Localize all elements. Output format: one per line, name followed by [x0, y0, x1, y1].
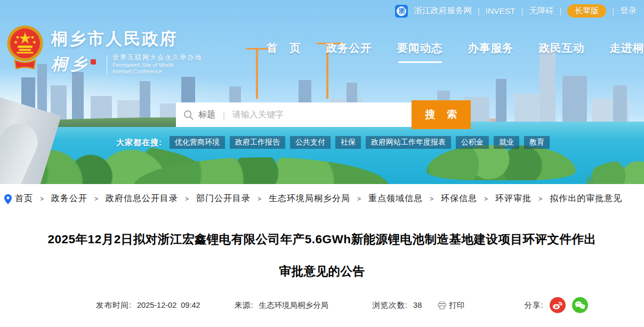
nav-item-interaction[interactable]: 政民互动	[539, 41, 585, 55]
link-accessibility[interactable]: 无障碍	[529, 5, 554, 17]
breadcrumb-separator: >	[538, 195, 543, 203]
site-slogan: 世界互联网大会永久举办地 Permanent Site of World Int…	[112, 54, 202, 75]
search-icon	[183, 110, 194, 120]
article-title: 2025年12月2日拟对浙江宏鑫锂电有限公司年产5.6GWh新能源锂电池制造基地…	[45, 224, 599, 288]
breadcrumb-item[interactable]: 首页	[15, 194, 33, 203]
views-label: 浏览次数:	[372, 300, 408, 310]
breadcrumb-item[interactable]: 环评审批	[495, 194, 532, 203]
hot-tag[interactable]: 公共支付	[290, 136, 331, 149]
hot-tag[interactable]: 政府工作报告	[230, 136, 285, 149]
divider: |	[521, 7, 524, 15]
seal-icon	[91, 59, 96, 65]
print-button[interactable]: 打印	[438, 300, 464, 310]
crane-icon	[246, 48, 274, 99]
printer-icon	[438, 301, 446, 309]
hot-tag[interactable]: 社保	[335, 136, 361, 149]
zhejiang-gov-icon[interactable]: 浙	[395, 5, 408, 18]
nav-item-home[interactable]: 首 页	[267, 41, 301, 55]
breadcrumb-separator: >	[430, 195, 434, 203]
site-title: 桐乡市人民政府	[51, 28, 202, 50]
nav-item-gov-affairs[interactable]: 政务公开	[326, 41, 372, 55]
utility-bar: 浙 浙江政府服务网 | INVEST | 无障碍 | 长辈版 | 登录	[395, 4, 637, 18]
breadcrumb-separator: >	[257, 195, 262, 203]
divider: |	[612, 7, 614, 15]
divider: |	[223, 110, 225, 119]
breadcrumb-item[interactable]: 重点领域信息	[368, 194, 423, 203]
login-link[interactable]: 登录	[620, 5, 637, 17]
breadcrumb-item[interactable]: 拟作出的审批意见	[550, 194, 622, 203]
hero-banner: 浙 浙江政府服务网 | INVEST | 无障碍 | 长辈版 | 登录 桐乡市人…	[0, 0, 644, 184]
breadcrumb-separator: >	[484, 195, 488, 203]
hot-search: 大家都在搜: 优化营商环境 政府工作报告 公共支付 社保 政府网站工作年度报表 …	[116, 136, 554, 149]
source-value: 生态环境局桐乡分局	[259, 300, 329, 310]
wechat-icon[interactable]	[572, 297, 588, 313]
search-bar: 标题 |	[176, 102, 412, 127]
share-group: 分享:	[524, 297, 588, 313]
breadcrumb-separator: >	[185, 195, 189, 203]
breadcrumb-separator: >	[94, 195, 99, 203]
hot-search-label: 大家都在搜:	[116, 138, 162, 148]
source-label: 来源:	[235, 300, 254, 310]
nav-item-news[interactable]: 要闻动态	[397, 41, 443, 55]
hot-tag[interactable]: 公积金	[456, 136, 489, 149]
search-button[interactable]: 搜 索	[412, 100, 471, 129]
breadcrumb-item[interactable]: 环保信息	[441, 194, 477, 203]
article-meta: 发布时间: 2025-12-02 09:42 来源: 生态环境局桐乡分局 浏览次…	[96, 297, 644, 313]
breadcrumb-item[interactable]: 政府信息公开目录	[106, 194, 178, 203]
print-label: 打印	[449, 300, 464, 310]
divider: |	[560, 7, 562, 15]
hot-tag[interactable]: 就业	[494, 136, 519, 149]
breadcrumb: 首页>政务公开>政府信息公开目录>部门公开目录>生态环境局桐乡分局>重点领域信息…	[0, 184, 640, 205]
breadcrumb-item[interactable]: 生态环境局桐乡分局	[269, 194, 350, 203]
site-brand: 桐乡市人民政府 桐乡 世界互联网大会永久举办地 Permanent Site o…	[6, 23, 202, 75]
publish-time-value: 2025-12-02 09:42	[137, 301, 200, 309]
views-value: 38	[413, 301, 422, 309]
article-page: 首页>政务公开>政府信息公开目录>部门公开目录>生态环境局桐乡分局>重点领域信息…	[0, 184, 644, 313]
breadcrumb-item[interactable]: 政务公开	[51, 194, 87, 203]
weibo-icon[interactable]	[550, 297, 566, 313]
hot-tag[interactable]: 优化营商环境	[170, 136, 225, 149]
breadcrumb-item[interactable]: 部门公开目录	[196, 194, 251, 203]
search-input[interactable]	[232, 110, 404, 119]
hot-tag[interactable]: 教育	[524, 136, 550, 149]
elder-version-button[interactable]: 长辈版	[567, 4, 606, 18]
divider	[107, 55, 107, 74]
share-label: 分享:	[524, 300, 543, 310]
hot-tag[interactable]: 政府网站工作年度报表	[366, 136, 451, 149]
link-zhejiang-service[interactable]: 浙江政府服务网	[414, 5, 472, 17]
breadcrumb-separator: >	[40, 195, 44, 203]
site-calligraphy: 桐乡	[51, 53, 90, 75]
nav-item-about-tongxiang[interactable]: 走进桐乡	[610, 41, 644, 55]
link-invest[interactable]: INVEST	[486, 6, 516, 16]
divider: |	[478, 7, 480, 15]
location-pin-icon	[4, 194, 12, 204]
publish-time-label: 发布时间:	[96, 300, 132, 310]
national-emblem-icon	[6, 23, 44, 71]
breadcrumb-separator: >	[357, 195, 361, 203]
search-category-select[interactable]: 标题	[198, 109, 215, 121]
nav-item-services[interactable]: 办事服务	[468, 41, 514, 55]
main-nav: 首 页 政务公开 要闻动态 办事服务 政民互动 走进桐乡	[267, 41, 644, 55]
